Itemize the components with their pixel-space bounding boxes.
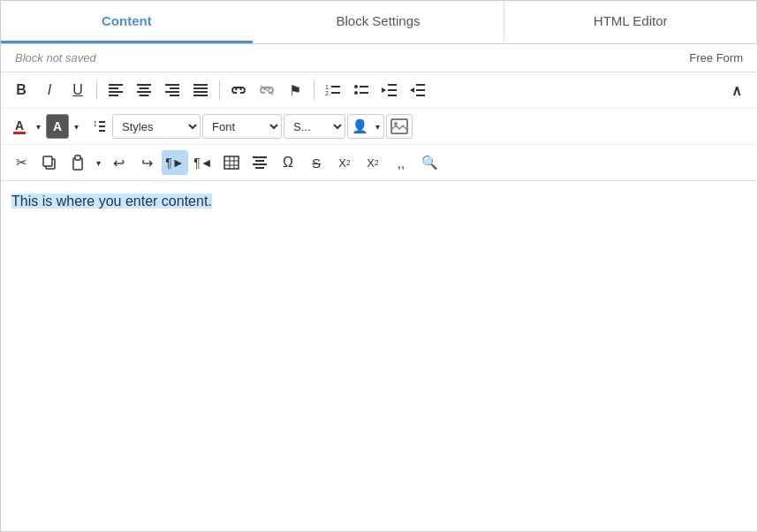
svg-rect-11 [170,95,179,96]
svg-rect-1 [109,87,118,89]
tab-html-editor[interactable]: HTML Editor [504,1,757,43]
indent-button[interactable] [405,78,431,103]
svg-rect-12 [193,84,208,86]
font-color-dropdown[interactable]: ▾ [32,114,44,139]
copy-button[interactable] [36,150,63,175]
svg-rect-36 [99,130,105,132]
svg-rect-37 [391,119,407,133]
find-button[interactable]: 🔍 [416,150,443,175]
link-button[interactable] [225,78,252,103]
tab-bar: Content Block Settings HTML Editor [1,1,757,44]
svg-text:1.: 1. [325,84,330,90]
bold-button[interactable]: B [8,78,34,103]
paste-dropdown[interactable]: ▾ [93,150,103,175]
status-bar: Block not saved Free Form [1,44,757,72]
svg-rect-42 [75,156,80,160]
divider-3 [314,80,315,100]
svg-rect-14 [193,91,208,93]
svg-rect-13 [193,87,208,89]
block-status-label: Block not saved [15,51,96,65]
svg-rect-20 [331,92,340,94]
svg-rect-43 [224,156,239,169]
svg-rect-30 [416,84,425,86]
editor-container: Content Block Settings HTML Editor Block… [0,0,758,532]
svg-rect-28 [388,95,397,96]
align-center-button[interactable] [131,78,157,103]
svg-rect-7 [140,95,149,96]
divider-2 [219,80,220,100]
font-select[interactable]: Font Arial Times New Roman Courier [202,114,282,139]
show-invisible-button[interactable]: ¶◄ [190,150,216,175]
svg-point-23 [354,91,358,95]
svg-rect-4 [137,84,151,86]
content-area[interactable]: This is where you enter content. [1,181,757,531]
font-color-button[interactable]: A [8,114,31,139]
image-button[interactable] [386,114,413,139]
svg-rect-9 [170,87,179,89]
svg-rect-27 [388,89,397,91]
show-blocks-button[interactable]: ¶► [162,150,188,175]
tab-content[interactable]: Content [1,1,253,43]
user-icon-button[interactable]: 👤 [348,114,371,139]
italic-button[interactable]: I [36,78,63,103]
align-right-button[interactable] [159,78,186,103]
svg-rect-26 [388,84,397,86]
svg-rect-50 [253,163,267,165]
svg-rect-40 [43,156,52,166]
flag-button[interactable]: ⚑ [282,78,308,103]
styles-select[interactable]: Styles Normal Heading 1 Heading 2 [112,114,201,139]
svg-rect-22 [360,86,368,87]
ordered-list-button[interactable]: 1.2. [320,78,346,103]
line-spacing-button[interactable]: ↕ [84,114,110,139]
strikethrough-button[interactable]: S [303,150,330,175]
toolbar-area: B I U ⚑ [1,72,757,181]
form-type-label: Free Form [689,51,743,65]
svg-rect-24 [360,92,368,94]
center-block-button[interactable] [246,150,273,175]
svg-rect-8 [165,84,179,86]
svg-rect-18 [331,86,340,87]
bg-color-button[interactable]: A [46,114,69,139]
svg-rect-32 [416,95,425,96]
toolbar-row-1: B I U ⚑ [1,72,757,109]
align-justify-button[interactable] [187,78,214,103]
svg-rect-34 [99,121,105,123]
svg-text:2.: 2. [325,90,330,96]
user-icon-dropdown[interactable]: ▾ [371,114,383,139]
unordered-list-button[interactable] [348,78,375,103]
bg-color-dropdown[interactable]: ▾ [70,114,82,139]
size-select[interactable]: S... 8 10 12 14 16 [284,114,345,139]
svg-rect-5 [140,87,149,89]
superscript-button[interactable]: X2 [360,150,386,175]
subscript-button[interactable]: X2 [331,150,358,175]
omega-button[interactable]: Ω [275,150,301,175]
paste-button[interactable] [64,150,91,175]
svg-rect-31 [416,89,425,91]
svg-rect-49 [255,160,264,162]
svg-marker-25 [382,87,386,93]
svg-rect-35 [99,125,105,127]
cut-button[interactable]: ✂ [8,150,34,175]
undo-button[interactable]: ↩ [105,150,132,175]
svg-rect-10 [165,91,179,93]
content-text[interactable]: This is where you enter content. [11,194,212,209]
tab-block-settings[interactable]: Block Settings [253,1,505,43]
underline-button[interactable]: U [64,78,91,103]
svg-point-21 [354,85,358,88]
svg-rect-15 [193,95,208,96]
svg-rect-3 [109,95,118,96]
divider-1 [96,80,97,100]
align-left-button[interactable] [102,78,129,103]
svg-marker-29 [410,87,414,93]
svg-rect-2 [109,91,123,93]
unlink-button[interactable] [254,78,280,103]
toolbar-row-3: ✂ ▾ ↩ ↪ ¶► ¶◄ Ω S X2 X2 ,, 🔍 [1,145,757,180]
svg-rect-6 [137,91,151,93]
outdent-button[interactable] [376,78,403,103]
table-button[interactable] [218,150,245,175]
svg-rect-0 [109,84,123,86]
redo-button[interactable]: ↪ [133,150,160,175]
blockquote-button[interactable]: ,, [388,150,414,175]
svg-rect-51 [255,167,264,169]
collapse-toolbar-button[interactable]: ∧ [724,78,750,103]
